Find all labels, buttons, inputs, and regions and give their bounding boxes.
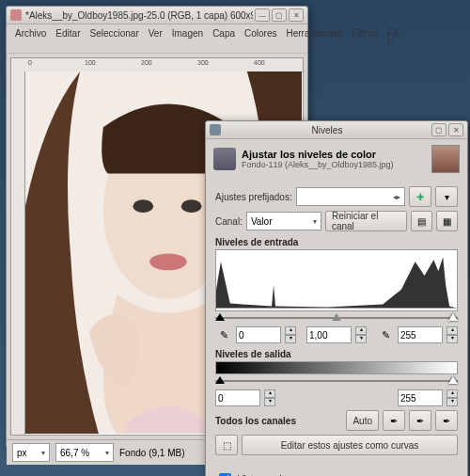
zoom-select[interactable]: 66,7 %▾ [55, 443, 114, 462]
dialog-close-button[interactable]: ✕ [448, 123, 463, 136]
input-high-spin[interactable]: 255 [398, 326, 443, 343]
dialog-subheading: Fondo-119 (Aleks__by_Oldboy1985.jpg) [242, 160, 394, 169]
window-title: *Aleks__by_Oldboy1985.jpg-25.0 (RGB, 1 c… [25, 10, 253, 21]
menu-fxf[interactable]: FX-F [383, 26, 407, 51]
menu-capa[interactable]: Capa [208, 26, 240, 51]
output-gradient [215, 361, 458, 374]
auto-button[interactable]: Auto [346, 410, 379, 431]
output-slider[interactable] [215, 376, 458, 386]
layer-thumbnail [431, 145, 460, 173]
pick-black-icon[interactable]: ✎ [215, 327, 232, 342]
dialog-min-button[interactable]: ▢ [431, 123, 446, 136]
svg-point-4 [149, 253, 186, 270]
svg-point-3 [181, 199, 202, 213]
add-preset-button[interactable]: ✚ [409, 186, 431, 207]
output-levels-label: Niveles de salida [215, 349, 458, 359]
linear-hist-button[interactable]: ▤ [411, 211, 432, 231]
menu-filtros[interactable]: Filtros [348, 26, 383, 51]
curves-icon: ⬚ [215, 435, 238, 455]
pick-white-all-button[interactable]: ✒ [435, 410, 458, 431]
edit-as-curves-button[interactable]: Editar estos ajustes como curvas [242, 435, 458, 455]
minimize-button[interactable]: — [255, 8, 270, 22]
close-button[interactable]: ✕ [289, 8, 304, 22]
menu-editar[interactable]: Editar [51, 26, 85, 51]
pick-black-all-button[interactable]: ✒ [383, 410, 405, 431]
dialog-icon [210, 124, 221, 135]
presets-label: Ajustes prefijados: [215, 192, 292, 202]
all-channels-label: Todos los canales [215, 416, 296, 426]
menu-colores[interactable]: Colores [240, 26, 281, 51]
presets-combo[interactable]: ◂▸ [296, 187, 405, 206]
channel-label: Canal: [215, 216, 243, 227]
main-titlebar[interactable]: *Aleks__by_Oldboy1985.jpg-25.0 (RGB, 1 c… [7, 7, 307, 24]
menu-ver[interactable]: Ver [144, 26, 167, 51]
input-slider[interactable] [215, 313, 458, 323]
unit-select[interactable]: px▾ [12, 443, 50, 462]
input-gamma-spin[interactable]: 1,00 [306, 326, 352, 343]
menu-bar: Archivo Editar Seleccionar Ver Imagen Ca… [7, 24, 307, 54]
maximize-button[interactable]: ▢ [272, 8, 287, 22]
output-high-spin[interactable]: 255 [398, 389, 443, 406]
ruler-horizontal: 0 100 200 300 400 [11, 58, 303, 72]
levels-dialog: Niveles ▢ ✕ Ajustar los niveles de color… [205, 120, 468, 476]
log-hist-button[interactable]: ▦ [436, 211, 458, 231]
dialog-header: Ajustar los niveles de color Fondo-119 (… [206, 139, 467, 179]
menu-archivo[interactable]: Archivo [10, 26, 51, 51]
dialog-title: Niveles [225, 125, 430, 135]
menu-seleccionar[interactable]: Seleccionar [85, 26, 143, 51]
histogram [215, 249, 458, 311]
input-levels-label: Niveles de entrada [215, 237, 458, 247]
app-icon [10, 9, 22, 21]
pick-white-icon[interactable]: ✎ [377, 327, 394, 342]
channel-combo[interactable]: Valor▾ [246, 212, 321, 230]
dialog-heading: Ajustar los niveles de color [242, 149, 394, 160]
svg-point-2 [133, 199, 153, 213]
output-low-spin[interactable]: 0 [215, 389, 260, 406]
levels-icon [213, 148, 236, 170]
menu-herramientas[interactable]: Herramientas [282, 26, 348, 51]
preset-menu-button[interactable]: ▾ [435, 186, 458, 207]
dialog-titlebar[interactable]: Niveles ▢ ✕ [206, 121, 467, 139]
pick-gray-all-button[interactable]: ✒ [409, 410, 431, 431]
reset-channel-button[interactable]: Reiniciar el canal [325, 211, 407, 231]
ruler-vertical [11, 71, 25, 435]
input-low-spin[interactable]: 0 [236, 326, 281, 343]
menu-imagen[interactable]: Imagen [167, 26, 208, 51]
